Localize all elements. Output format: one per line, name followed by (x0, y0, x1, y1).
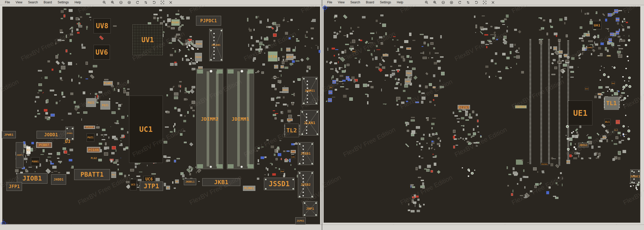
component-PU1001[interactable]: PU1001 (171, 19, 180, 26)
component-QA1[interactable]: QA1 (586, 33, 590, 37)
component-UC1[interactable]: UC1 (129, 96, 163, 163)
component-PQZ2[interactable]: PQZ2 (86, 98, 96, 107)
component-JODD1[interactable]: JODD1 (37, 131, 66, 139)
menu-item-board[interactable]: Board (363, 0, 377, 5)
component-DA6[interactable]: DA6 (616, 18, 619, 21)
component-JKB1[interactable]: JKB1 (202, 178, 240, 186)
component-JLAN1[interactable]: JLAN1 (300, 110, 319, 135)
component-EU4[interactable]: EU4 (281, 169, 284, 173)
rotate-ccw-icon[interactable] (458, 1, 462, 4)
component-U1[interactable]: U1 (329, 86, 333, 89)
component-Q9[interactable]: Q9 (564, 54, 568, 57)
component-JUSBC1[interactable]: JUSBC1 (630, 169, 640, 184)
component-JDEG1[interactable]: JDEG1 (578, 143, 589, 147)
menu-item-file[interactable]: File (2, 0, 13, 5)
component-UA1[interactable]: UA1 (593, 21, 601, 29)
component-JSSD1[interactable]: JSSD1 (264, 178, 295, 190)
component-Q1[interactable]: Q1 (553, 46, 557, 50)
component-DA7[interactable]: DA7 (616, 31, 619, 34)
minus-circle-icon[interactable] (119, 1, 123, 4)
component-D2[interactable]: D2 (332, 80, 336, 84)
component-JWLAN1[interactable]: JWLAN1 (209, 29, 223, 61)
rotate-cw-icon[interactable] (152, 1, 156, 4)
close-icon[interactable] (169, 1, 173, 4)
component-PCG46[interactable]: PCG46 (87, 147, 100, 153)
component-CL20[interactable]: CL20 (287, 118, 293, 121)
menu-item-board[interactable]: Board (41, 0, 55, 5)
component-JDIMM1[interactable]: JDIMM1 (227, 69, 254, 169)
component-YL1[interactable]: YL1 (616, 120, 620, 124)
menu-item-settings[interactable]: Settings (55, 0, 72, 5)
component-JSPK1[interactable]: JSPK1 (295, 217, 306, 225)
component-UL1[interactable]: UL1 (604, 119, 611, 125)
component-PBATT1[interactable]: PBATT1 (74, 169, 110, 180)
component-JHDMI1[interactable]: JHDMI1 (302, 77, 318, 105)
menu-item-help[interactable]: Help (394, 0, 406, 5)
component-PJPDC1[interactable]: PJPDC1 (196, 16, 221, 26)
component-PQV06[interactable]: PQV06 (195, 53, 202, 61)
component-U22[interactable]: U22 (585, 87, 589, 90)
component-JPWR1[interactable]: JPWR1 (2, 131, 16, 138)
component-PUM01[interactable]: PUM01 (587, 45, 592, 50)
component-LU1[interactable]: LU1 (291, 155, 295, 159)
component-JHP1[interactable]: JHP1 (303, 201, 317, 216)
menu-item-settings[interactable]: Settings (377, 0, 394, 5)
component-JFAN1[interactable]: JFAN1 (65, 127, 74, 140)
component-PLG2[interactable]: PLG2 (89, 157, 98, 160)
flip-vertical-icon[interactable] (466, 1, 470, 4)
component-PCZ97[interactable]: PCZ97 (458, 105, 470, 110)
zoom-in-icon[interactable] (433, 1, 437, 4)
flip-vertical-icon[interactable] (144, 1, 148, 4)
plus-circle-icon[interactable] (450, 1, 453, 4)
component-UV8[interactable]: UV8 (94, 18, 111, 33)
component-DA2[interactable]: DA2 (614, 9, 618, 13)
component-TL2[interactable]: TL2 (284, 124, 299, 137)
board-viewport[interactable]: UA1DA1DA2DA6DA5DA7DA3QA1PUM01CU12Q1Q12Q9… (322, 5, 644, 225)
component-PQZ1[interactable]: PQZ1 (100, 101, 110, 110)
component-JHDD1[interactable]: JHDD1 (51, 174, 66, 185)
component-SW1[interactable]: SW1 (598, 93, 602, 95)
board-viewport[interactable]: UV8UV6UV1PJPDC1PU1001JWLAN1PQV03PQV06Q13… (0, 5, 322, 225)
component-JTP1[interactable]: JTP1 (140, 182, 163, 191)
component-D9[interactable]: D9 (346, 76, 349, 80)
minus-circle-icon[interactable] (441, 1, 445, 4)
component-UC5[interactable]: UC5 (130, 179, 137, 190)
component-UV1[interactable]: UV1 (132, 24, 163, 55)
component-D4[interactable]: D4 (328, 90, 332, 94)
zoom-out-icon[interactable] (102, 1, 106, 4)
menu-item-view[interactable]: View (335, 0, 347, 5)
component-PCB07[interactable]: PCB07 (36, 142, 52, 148)
zoom-in-icon[interactable] (111, 1, 115, 4)
component-ED1[interactable]: ED1 (328, 98, 332, 102)
menu-item-file[interactable]: File (324, 0, 335, 5)
center-view-icon[interactable] (483, 1, 487, 4)
component-TL1[interactable]: TL1 (604, 97, 619, 110)
component-DA1[interactable]: DA1 (608, 13, 612, 17)
component-JUSB1[interactable]: JUSB1 (298, 142, 313, 165)
component-UT34[interactable]: UT34 (268, 51, 278, 62)
component-Q4[interactable]: Q4 (281, 65, 284, 68)
bottom-side-board[interactable]: UA1DA1DA2DA6DA5DA7DA3QA1PUM01CU12Q1Q12Q9… (324, 6, 640, 223)
component-PL4[interactable]: PL4 (111, 172, 116, 178)
component-PUB01[interactable]: PUB01 (31, 157, 40, 166)
component-PR31[interactable]: PR31 (406, 47, 411, 50)
rotate-cw-icon[interactable] (474, 1, 478, 4)
component-F1[interactable]: F1 (26, 146, 31, 154)
component-UU2[interactable]: UU2 (352, 49, 356, 53)
component-PCZ18[interactable]: PCZ18 (84, 126, 95, 129)
component-RS31[interactable]: RS31 (383, 54, 388, 56)
component-CD3856[interactable]: CD3856 (515, 105, 527, 109)
component-JDIMM2[interactable]: JDIMM2 (196, 69, 223, 169)
component-CU12[interactable]: CU12 (606, 55, 611, 57)
menu-item-help[interactable]: Help (72, 0, 84, 5)
component-UV6[interactable]: UV6 (94, 45, 110, 60)
zoom-out-icon[interactable] (425, 1, 429, 4)
component-U3[interactable]: U3 (62, 139, 73, 144)
component-Q6[interactable]: Q6 (175, 179, 179, 183)
component-JUSB2[interactable]: JUSB2 (298, 171, 313, 198)
component-PLW01[interactable]: PLW01 (103, 81, 113, 85)
component-Q3[interactable]: Q3 (274, 65, 278, 69)
component-JFP1[interactable]: JFP1 (6, 182, 22, 191)
component-U28[interactable]: U28 (434, 94, 438, 97)
component-UL2[interactable]: UL2 (614, 128, 618, 131)
